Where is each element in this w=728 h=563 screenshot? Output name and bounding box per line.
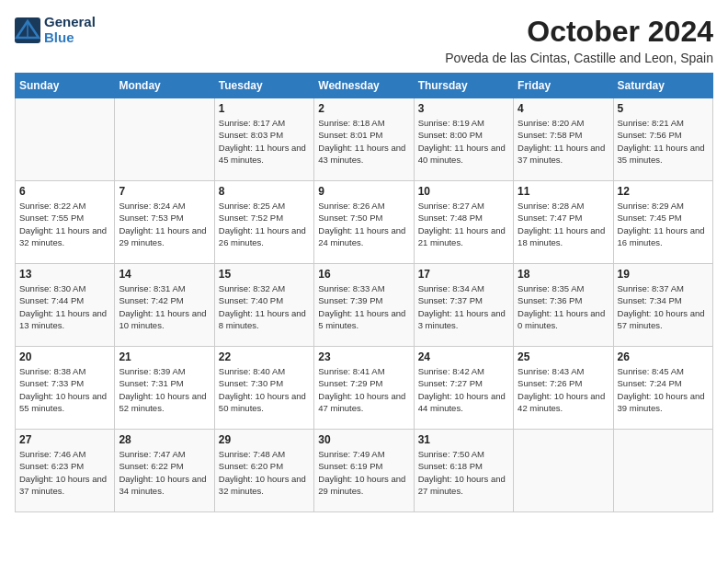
cell-details: Sunrise: 8:30 AM Sunset: 7:44 PM Dayligh… [19, 282, 110, 331]
day-number: 22 [219, 350, 310, 363]
cell-details: Sunrise: 8:27 AM Sunset: 7:48 PM Dayligh… [418, 200, 509, 248]
calendar-cell: 31Sunrise: 7:50 AM Sunset: 6:18 PM Dayli… [414, 430, 513, 512]
day-number: 16 [318, 268, 409, 281]
calendar-cell: 7Sunrise: 8:24 AM Sunset: 7:53 PM Daylig… [115, 181, 214, 264]
day-number: 21 [119, 350, 210, 363]
calendar-cell: 18Sunrise: 8:35 AM Sunset: 7:36 PM Dayli… [514, 264, 613, 347]
logo-blue: Blue [44, 30, 96, 46]
cell-details: Sunrise: 8:39 AM Sunset: 7:31 PM Dayligh… [119, 365, 210, 414]
day-number: 3 [418, 102, 509, 115]
day-number: 5 [618, 102, 709, 115]
calendar-cell: 8Sunrise: 8:25 AM Sunset: 7:52 PM Daylig… [214, 181, 313, 264]
day-number: 31 [418, 433, 509, 446]
day-number: 25 [518, 350, 609, 363]
calendar-cell: 27Sunrise: 7:46 AM Sunset: 6:23 PM Dayli… [16, 430, 115, 512]
calendar-week-row: 27Sunrise: 7:46 AM Sunset: 6:23 PM Dayli… [16, 430, 713, 512]
cell-details: Sunrise: 8:38 AM Sunset: 7:33 PM Dayligh… [19, 365, 110, 414]
weekday-header: Monday [115, 74, 214, 98]
day-number: 14 [119, 268, 210, 281]
calendar-week-row: 1Sunrise: 8:17 AM Sunset: 8:03 PM Daylig… [16, 98, 713, 181]
calendar-cell: 16Sunrise: 8:33 AM Sunset: 7:39 PM Dayli… [314, 264, 414, 347]
calendar-cell: 13Sunrise: 8:30 AM Sunset: 7:44 PM Dayli… [16, 264, 115, 347]
cell-details: Sunrise: 7:50 AM Sunset: 6:18 PM Dayligh… [418, 448, 509, 497]
day-number: 20 [19, 350, 110, 363]
cell-details: Sunrise: 8:25 AM Sunset: 7:52 PM Dayligh… [219, 200, 310, 248]
cell-details: Sunrise: 8:40 AM Sunset: 7:30 PM Dayligh… [219, 365, 310, 414]
calendar-cell: 2Sunrise: 8:18 AM Sunset: 8:01 PM Daylig… [314, 98, 414, 181]
calendar-week-row: 20Sunrise: 8:38 AM Sunset: 7:33 PM Dayli… [16, 347, 713, 430]
day-number: 26 [618, 350, 709, 363]
cell-details: Sunrise: 8:32 AM Sunset: 7:40 PM Dayligh… [219, 282, 310, 331]
day-number: 19 [618, 268, 709, 281]
calendar-week-row: 13Sunrise: 8:30 AM Sunset: 7:44 PM Dayli… [16, 264, 713, 347]
day-number: 28 [119, 433, 210, 446]
day-number: 7 [119, 185, 210, 198]
cell-details: Sunrise: 8:20 AM Sunset: 7:58 PM Dayligh… [518, 117, 609, 166]
cell-details: Sunrise: 8:35 AM Sunset: 7:36 PM Dayligh… [518, 282, 609, 331]
day-number: 24 [418, 350, 509, 363]
cell-details: Sunrise: 7:48 AM Sunset: 6:20 PM Dayligh… [219, 448, 310, 497]
weekday-header: Saturday [613, 74, 712, 98]
day-number: 17 [418, 268, 509, 281]
cell-details: Sunrise: 8:17 AM Sunset: 8:03 PM Dayligh… [219, 117, 310, 166]
day-number: 27 [19, 433, 110, 446]
cell-details: Sunrise: 7:46 AM Sunset: 6:23 PM Dayligh… [19, 448, 110, 497]
calendar-cell [16, 98, 115, 181]
cell-details: Sunrise: 8:43 AM Sunset: 7:26 PM Dayligh… [518, 365, 609, 414]
calendar-cell: 22Sunrise: 8:40 AM Sunset: 7:30 PM Dayli… [214, 347, 313, 430]
day-number: 2 [318, 102, 409, 115]
day-number: 13 [19, 268, 110, 281]
calendar-cell: 14Sunrise: 8:31 AM Sunset: 7:42 PM Dayli… [115, 264, 214, 347]
cell-details: Sunrise: 8:22 AM Sunset: 7:55 PM Dayligh… [19, 200, 110, 248]
logo-general: General [44, 15, 96, 30]
month-title: October 2024 [445, 15, 713, 49]
cell-details: Sunrise: 8:42 AM Sunset: 7:27 PM Dayligh… [418, 365, 509, 414]
calendar-cell: 26Sunrise: 8:45 AM Sunset: 7:24 PM Dayli… [613, 347, 712, 430]
cell-details: Sunrise: 8:26 AM Sunset: 7:50 PM Dayligh… [318, 200, 409, 248]
logo-icon [15, 17, 40, 43]
calendar-cell: 21Sunrise: 8:39 AM Sunset: 7:31 PM Dayli… [115, 347, 214, 430]
cell-details: Sunrise: 8:31 AM Sunset: 7:42 PM Dayligh… [119, 282, 210, 331]
weekday-header: Thursday [414, 74, 513, 98]
cell-details: Sunrise: 8:18 AM Sunset: 8:01 PM Dayligh… [318, 117, 409, 166]
cell-details: Sunrise: 8:41 AM Sunset: 7:29 PM Dayligh… [318, 365, 409, 414]
day-number: 8 [219, 185, 310, 198]
day-number: 11 [518, 185, 609, 198]
calendar-cell [613, 430, 712, 512]
calendar-table: SundayMondayTuesdayWednesdayThursdayFrid… [15, 73, 713, 512]
calendar-cell: 4Sunrise: 8:20 AM Sunset: 7:58 PM Daylig… [514, 98, 613, 181]
calendar-cell: 12Sunrise: 8:29 AM Sunset: 7:45 PM Dayli… [613, 181, 712, 264]
cell-details: Sunrise: 8:19 AM Sunset: 8:00 PM Dayligh… [418, 117, 509, 166]
calendar-cell: 3Sunrise: 8:19 AM Sunset: 8:00 PM Daylig… [414, 98, 513, 181]
weekday-header: Friday [514, 74, 613, 98]
calendar-cell: 30Sunrise: 7:49 AM Sunset: 6:19 PM Dayli… [314, 430, 414, 512]
day-number: 23 [318, 350, 409, 363]
calendar-week-row: 6Sunrise: 8:22 AM Sunset: 7:55 PM Daylig… [16, 181, 713, 264]
calendar-cell: 19Sunrise: 8:37 AM Sunset: 7:34 PM Dayli… [613, 264, 712, 347]
calendar-cell: 1Sunrise: 8:17 AM Sunset: 8:03 PM Daylig… [214, 98, 313, 181]
cell-details: Sunrise: 8:37 AM Sunset: 7:34 PM Dayligh… [618, 282, 709, 331]
logo: General Blue [15, 15, 96, 45]
day-number: 12 [618, 185, 709, 198]
weekday-header: Tuesday [214, 74, 313, 98]
calendar-cell [514, 430, 613, 512]
page-header: General Blue October 2024 Poveda de las … [15, 15, 713, 65]
calendar-cell: 20Sunrise: 8:38 AM Sunset: 7:33 PM Dayli… [16, 347, 115, 430]
cell-details: Sunrise: 8:33 AM Sunset: 7:39 PM Dayligh… [318, 282, 409, 331]
location-title: Poveda de las Cintas, Castille and Leon,… [445, 51, 713, 65]
calendar-cell: 28Sunrise: 7:47 AM Sunset: 6:22 PM Dayli… [115, 430, 214, 512]
calendar-cell: 11Sunrise: 8:28 AM Sunset: 7:47 PM Dayli… [514, 181, 613, 264]
cell-details: Sunrise: 8:29 AM Sunset: 7:45 PM Dayligh… [618, 200, 709, 248]
day-number: 1 [219, 102, 310, 115]
header-row: SundayMondayTuesdayWednesdayThursdayFrid… [16, 74, 713, 98]
calendar-cell: 25Sunrise: 8:43 AM Sunset: 7:26 PM Dayli… [514, 347, 613, 430]
cell-details: Sunrise: 8:34 AM Sunset: 7:37 PM Dayligh… [418, 282, 509, 331]
calendar-cell [115, 98, 214, 181]
cell-details: Sunrise: 7:47 AM Sunset: 6:22 PM Dayligh… [119, 448, 210, 497]
cell-details: Sunrise: 8:24 AM Sunset: 7:53 PM Dayligh… [119, 200, 210, 248]
day-number: 10 [418, 185, 509, 198]
calendar-cell: 10Sunrise: 8:27 AM Sunset: 7:48 PM Dayli… [414, 181, 513, 264]
weekday-header: Sunday [16, 74, 115, 98]
cell-details: Sunrise: 8:28 AM Sunset: 7:47 PM Dayligh… [518, 200, 609, 248]
day-number: 9 [318, 185, 409, 198]
